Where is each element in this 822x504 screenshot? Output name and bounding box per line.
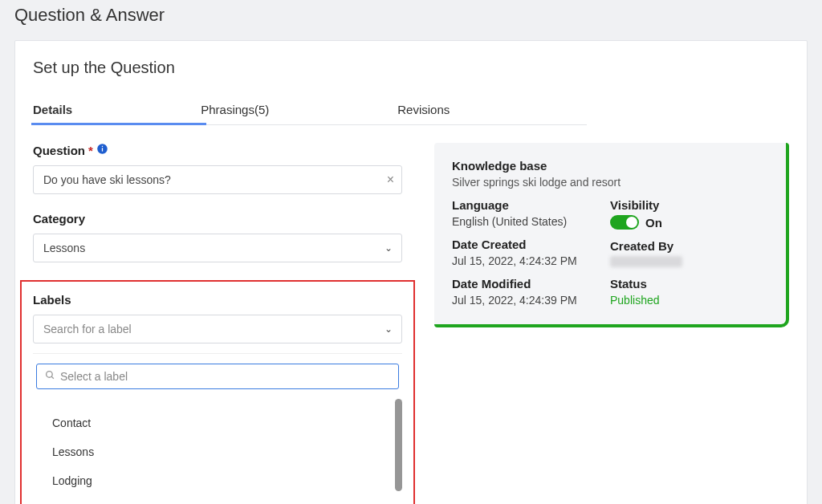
question-label-text: Question bbox=[33, 144, 85, 157]
kb-label: Knowledge base bbox=[452, 159, 768, 173]
category-select[interactable]: Lessons bbox=[33, 234, 402, 262]
info-icon[interactable] bbox=[96, 143, 108, 157]
language-label: Language bbox=[452, 198, 610, 212]
tab-revisions[interactable]: Revisions bbox=[397, 96, 450, 124]
label-option[interactable]: Lodging bbox=[52, 466, 402, 495]
labels-section-highlight: Labels Search for a label ⌄ bbox=[20, 280, 415, 504]
required-asterisk: * bbox=[88, 144, 93, 157]
date-modified-label: Date Modified bbox=[452, 277, 610, 291]
question-label: Question * bbox=[33, 143, 402, 157]
date-created-value: Jul 15, 2022, 4:24:32 PM bbox=[452, 254, 610, 267]
scrollbar-thumb[interactable] bbox=[395, 399, 402, 491]
labels-search-input[interactable] bbox=[60, 370, 390, 383]
label-option[interactable]: Contact bbox=[52, 408, 402, 437]
svg-rect-2 bbox=[102, 146, 103, 147]
svg-rect-1 bbox=[102, 148, 103, 151]
status-label: Status bbox=[610, 277, 768, 291]
card-title: Set up the Question bbox=[33, 59, 789, 77]
tab-phrasings[interactable]: Phrasings(5) bbox=[201, 96, 269, 124]
page-title: Question & Answer bbox=[14, 5, 808, 26]
created-by-label: Created By bbox=[610, 239, 768, 253]
created-by-value-redacted bbox=[610, 256, 682, 267]
language-value: English (United States) bbox=[452, 215, 610, 228]
svg-point-3 bbox=[47, 372, 53, 378]
labels-search-box[interactable] bbox=[36, 364, 399, 389]
question-input[interactable] bbox=[33, 165, 402, 194]
labels-options-list: Contact Lessons Lodging bbox=[33, 408, 402, 495]
status-value: Published bbox=[610, 294, 768, 307]
labels-dropdown: Contact Lessons Lodging bbox=[33, 353, 402, 504]
visibility-toggle[interactable] bbox=[610, 215, 639, 230]
tab-row: Details Phrasings(5) Revisions bbox=[33, 96, 587, 125]
metadata-panel: Knowledge base Silver springs ski lodge … bbox=[434, 143, 789, 327]
clear-icon[interactable]: × bbox=[387, 173, 394, 187]
date-created-label: Date Created bbox=[452, 238, 610, 251]
labels-select[interactable]: Search for a label bbox=[33, 315, 402, 343]
label-option[interactable]: Lessons bbox=[52, 437, 402, 466]
kb-value: Silver springs ski lodge and resort bbox=[452, 176, 768, 189]
svg-line-4 bbox=[51, 376, 54, 379]
visibility-label: Visibility bbox=[610, 198, 768, 212]
tab-details[interactable]: Details bbox=[33, 96, 72, 124]
labels-label: Labels bbox=[33, 293, 402, 307]
date-modified-value: Jul 15, 2022, 4:24:39 PM bbox=[452, 294, 610, 307]
visibility-on-label: On bbox=[645, 216, 662, 230]
setup-card: Set up the Question Details Phrasings(5)… bbox=[14, 40, 808, 504]
category-label: Category bbox=[33, 212, 402, 226]
search-icon bbox=[45, 370, 55, 383]
